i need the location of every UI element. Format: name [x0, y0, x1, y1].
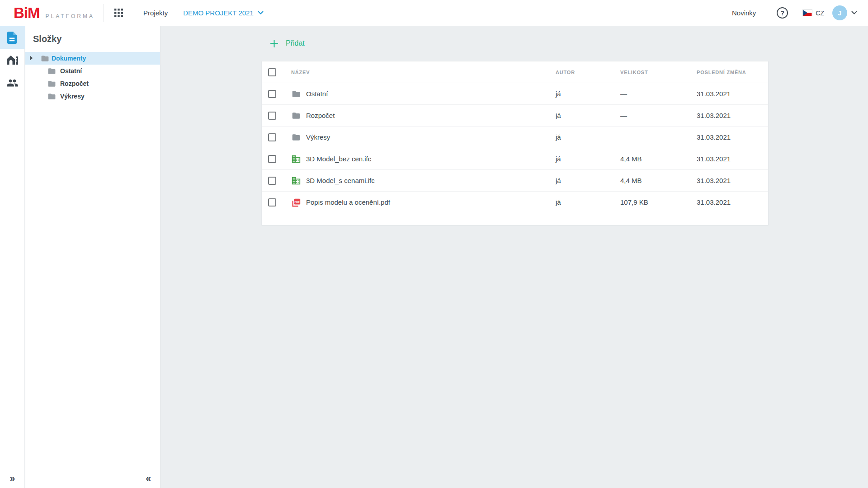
- file-author: já: [556, 177, 620, 184]
- column-header-name[interactable]: NÁZEV: [291, 70, 556, 75]
- topbar-divider: [104, 4, 104, 22]
- table-row[interactable]: 3D Model_bez cen.ifc já 4,4 MB 31.03.202…: [262, 148, 768, 170]
- folder-tree-item-root[interactable]: Dokumenty: [25, 52, 160, 65]
- logo[interactable]: BiM PLATFORMA: [14, 5, 94, 20]
- file-modified-date: 31.03.2021: [697, 112, 768, 119]
- file-name[interactable]: 3D Model_bez cen.ifc: [306, 155, 371, 163]
- file-table: NÁZEV AUTOR VELIKOST POSLEDNÍ ZMĚNA Osta…: [261, 61, 769, 225]
- file-size: 4,4 MB: [620, 155, 697, 163]
- row-checkbox[interactable]: [268, 133, 276, 141]
- folder-tree-children: Ostatní Rozpočet Výkresy: [25, 65, 160, 103]
- file-name[interactable]: Ostatní: [306, 90, 328, 98]
- table-row[interactable]: Rozpočet já — 31.03.2021: [262, 105, 768, 127]
- avatar-initial: J: [838, 9, 842, 17]
- bim-house-icon: [6, 54, 19, 66]
- file-size: 107,9 KB: [620, 198, 697, 206]
- file-modified-date: 31.03.2021: [697, 155, 768, 163]
- project-selector[interactable]: DEMO PROJEKT 2021: [183, 9, 264, 17]
- folder-tree: Dokumenty Ostatní Rozpočet Výkresy: [25, 52, 160, 103]
- ifc-model-icon: [291, 154, 301, 164]
- bim-platforma-app: BiM PLATFORMA Projekty DEMO PROJEKT 2021…: [0, 0, 868, 488]
- plus-icon: [270, 40, 278, 47]
- folder-icon: [47, 80, 56, 88]
- help-button[interactable]: ?: [777, 7, 788, 19]
- file-name[interactable]: Výkresy: [306, 133, 330, 141]
- file-name[interactable]: Popis modelu a ocenění.pdf: [306, 198, 390, 206]
- folder-icon: [41, 54, 49, 63]
- file-name[interactable]: Rozpočet: [306, 112, 335, 119]
- top-bar: BiM PLATFORMA Projekty DEMO PROJEKT 2021…: [0, 0, 868, 26]
- people-icon: [6, 77, 19, 89]
- file-modified-date: 31.03.2021: [697, 133, 768, 141]
- apps-grid-icon: [114, 9, 123, 17]
- file-modified-date: 31.03.2021: [697, 198, 768, 206]
- question-mark-icon: ?: [781, 9, 785, 17]
- folder-icon: [47, 67, 56, 75]
- folder-icon: [292, 111, 301, 120]
- caret-right-icon[interactable]: [30, 56, 33, 61]
- row-checkbox[interactable]: [268, 90, 276, 98]
- nav-projects-link[interactable]: Projekty: [143, 9, 168, 17]
- rail-item-model-viewer[interactable]: [0, 49, 25, 71]
- folder-icon: [47, 92, 56, 101]
- table-row[interactable]: PDF Popis modelu a ocenění.pdf já 107,9 …: [262, 192, 768, 213]
- chevron-down-icon: [851, 11, 857, 15]
- folder-tree-item[interactable]: Rozpočet: [25, 77, 160, 90]
- file-size: 4,4 MB: [620, 177, 697, 184]
- document-icon: [7, 32, 18, 44]
- user-menu-button[interactable]: [851, 11, 857, 15]
- file-modified-date: 31.03.2021: [697, 90, 768, 98]
- add-button[interactable]: Přidat: [270, 37, 305, 50]
- ifc-model-icon: [291, 176, 301, 186]
- logo-brand-text: BiM: [14, 5, 40, 20]
- file-size: —: [620, 112, 697, 119]
- file-table-body: Ostatní já — 31.03.2021 Rozpočet já — 31…: [262, 83, 768, 213]
- rail-item-users[interactable]: [0, 71, 25, 94]
- folders-panel: Složky Dokumenty Ostatní Rozpočet: [25, 26, 160, 488]
- folder-tree-item-label: Výkresy: [60, 93, 85, 100]
- file-modified-date: 31.03.2021: [697, 177, 768, 184]
- table-row[interactable]: 3D Model_s cenami.ifc já 4,4 MB 31.03.20…: [262, 170, 768, 192]
- file-author: já: [556, 198, 620, 206]
- folder-tree-item-label: Dokumenty: [52, 55, 86, 62]
- apps-grid-button[interactable]: [114, 9, 123, 17]
- news-link[interactable]: Novinky: [732, 9, 756, 17]
- folder-tree-item[interactable]: Ostatní: [25, 65, 160, 77]
- pdf-file-icon: PDF: [291, 197, 301, 207]
- column-header-author[interactable]: AUTOR: [556, 70, 620, 75]
- table-row[interactable]: Výkresy já — 31.03.2021: [262, 127, 768, 148]
- table-row[interactable]: Ostatní já — 31.03.2021: [262, 83, 768, 105]
- user-avatar[interactable]: J: [832, 5, 847, 20]
- rail-item-documents[interactable]: [0, 26, 25, 49]
- add-button-label: Přidat: [286, 39, 305, 47]
- row-checkbox[interactable]: [268, 155, 276, 163]
- language-code: CZ: [816, 9, 824, 17]
- file-table-header: NÁZEV AUTOR VELIKOST POSLEDNÍ ZMĚNA: [262, 61, 768, 83]
- file-author: já: [556, 112, 620, 119]
- select-all-checkbox[interactable]: [268, 68, 276, 76]
- column-header-modified[interactable]: POSLEDNÍ ZMĚNA: [697, 70, 768, 75]
- file-author: já: [556, 90, 620, 98]
- row-checkbox[interactable]: [268, 198, 276, 206]
- czech-flag-icon: [802, 9, 812, 16]
- folder-tree-item[interactable]: Výkresy: [25, 90, 160, 103]
- language-selector[interactable]: CZ: [802, 9, 824, 17]
- panel-collapse-button[interactable]: «: [146, 473, 151, 483]
- svg-text:PDF: PDF: [294, 200, 300, 203]
- main-content: Přidat NÁZEV AUTOR VELIKOST POSLEDNÍ ZMĚ…: [160, 26, 868, 488]
- file-author: já: [556, 133, 620, 141]
- row-checkbox[interactable]: [268, 112, 276, 120]
- file-size: —: [620, 90, 697, 98]
- chevron-down-icon: [258, 11, 264, 15]
- folder-tree-item-label: Ostatní: [60, 67, 82, 75]
- rail-expand-button[interactable]: »: [0, 473, 25, 483]
- column-header-size[interactable]: VELIKOST: [620, 70, 697, 75]
- panel-title: Složky: [25, 26, 160, 44]
- file-size: —: [620, 133, 697, 141]
- module-rail: »: [0, 26, 25, 488]
- folder-icon: [292, 133, 301, 142]
- file-author: já: [556, 155, 620, 163]
- row-checkbox[interactable]: [268, 177, 276, 185]
- file-name[interactable]: 3D Model_s cenami.ifc: [306, 177, 375, 184]
- logo-suffix-text: PLATFORMA: [46, 13, 94, 19]
